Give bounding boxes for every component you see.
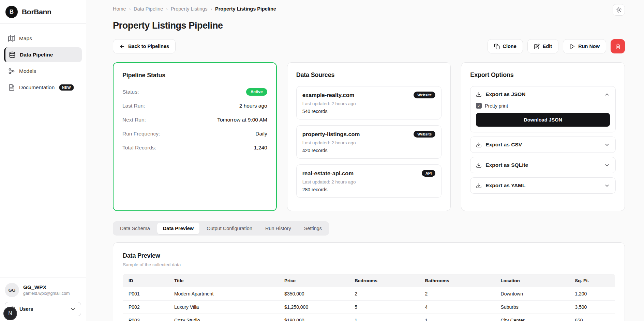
tab-settings[interactable]: Settings <box>298 223 328 234</box>
status-row: Last Run:2 hours ago <box>122 102 267 110</box>
avatar: GG <box>5 283 19 297</box>
data-sources-title: Data Sources <box>296 71 442 79</box>
source-type-badge: Website <box>414 131 435 138</box>
table-cell: 5 <box>349 301 419 314</box>
export-option-label: Export as JSON <box>485 91 525 97</box>
pipeline-status-card: Pipeline Status Status:ActiveLast Run:2 … <box>113 62 277 211</box>
source-name: property-listings.com <box>302 131 360 138</box>
status-value: Daily <box>255 131 267 137</box>
source-type-badge: API <box>422 170 435 177</box>
table-cell: P002 <box>123 301 169 314</box>
checkbox-checked-icon: ✓ <box>476 103 482 109</box>
column-header: Title <box>169 274 279 287</box>
user-profile[interactable]: GG GG_WPX garfield.wpx@gmail.com <box>5 283 81 297</box>
export-option-json: Export as JSON ✓ Pretty print Download J… <box>470 86 616 132</box>
export-option-header[interactable]: Export as JSON <box>470 86 615 102</box>
data-source-item[interactable]: real-estate-api.com API Last updated: 2 … <box>296 164 442 198</box>
back-to-pipelines-button[interactable]: Back to Pipelines <box>113 39 176 53</box>
download-icon <box>476 92 482 97</box>
data-source-item[interactable]: example-realty.com Website Last updated:… <box>296 86 442 119</box>
table-cell: 2 <box>420 287 495 301</box>
status-row: Run Frequency:Daily <box>122 130 267 138</box>
status-value: 2 hours ago <box>239 103 267 109</box>
source-updated: Last updated: 2 hours ago <box>302 179 436 184</box>
arrow-left-icon <box>119 44 125 49</box>
status-badge: Active <box>246 88 267 96</box>
export-option-header[interactable]: Export as YAML <box>470 178 615 193</box>
table-cell: 1 <box>420 314 495 321</box>
brand-name: BorBann <box>22 8 51 16</box>
export-option-header[interactable]: Export as SQLite <box>470 157 615 173</box>
pretty-print-checkbox[interactable]: ✓ Pretty print <box>476 103 610 109</box>
play-icon <box>569 44 575 49</box>
tab-data-schema[interactable]: Data Schema <box>114 223 156 234</box>
table-cell: 2 <box>349 287 419 301</box>
table-cell: 4 <box>420 301 495 314</box>
status-label: Total Records: <box>122 145 156 151</box>
breadcrumb-item[interactable]: Data Pipeline <box>134 6 163 12</box>
table-cell: City Center <box>495 314 570 321</box>
copy-icon <box>494 44 500 49</box>
export-options-card: Export Options Export as JSON ✓ Pretty p… <box>461 62 625 211</box>
run-now-button[interactable]: Run Now <box>563 39 606 53</box>
sidebar-item-documentation[interactable]: DocumentationNEW <box>4 80 82 95</box>
data-preview-title: Data Preview <box>123 252 615 259</box>
table-row[interactable]: P002Luxury Villa$1,250,00054Suburbs3,500 <box>123 301 615 314</box>
chevron-down-icon <box>604 183 610 189</box>
table-cell: $350,000 <box>279 287 349 301</box>
status-label: Last Run: <box>122 103 145 109</box>
data-sources-card: Data Sources example-realty.com Website … <box>287 62 451 211</box>
column-header: Bathrooms <box>420 274 495 287</box>
export-option-yaml: Export as YAML <box>470 177 616 194</box>
table-cell: $1,250,000 <box>279 301 349 314</box>
table-cell: 1 <box>349 314 419 321</box>
table-row[interactable]: P001Modern Apartment$350,00022Downtown1,… <box>123 287 615 301</box>
user-email: garfield.wpx@gmail.com <box>23 291 70 296</box>
table-cell: Suburbs <box>495 301 570 314</box>
table-cell: P003 <box>123 314 169 321</box>
sidebar-item-data-pipeline[interactable]: Data Pipeline <box>4 47 82 62</box>
cursor-badge: N <box>3 307 17 320</box>
sidebar-item-models[interactable]: Models <box>4 64 82 79</box>
sidebar: B BorBann MapsData PipelineModelsDocumen… <box>0 0 86 321</box>
checkbox-label: Pretty print <box>485 103 508 109</box>
user-name: GG_WPX <box>23 284 70 290</box>
status-label: Status: <box>122 89 139 95</box>
map-icon <box>8 35 15 42</box>
breadcrumb-item[interactable]: Property Listings <box>171 6 208 12</box>
tab-bar: Data SchemaData PreviewOutput Configurat… <box>113 221 329 236</box>
sidebar-footer: GG GG_WPX garfield.wpx@gmail.com Users N <box>0 277 86 321</box>
export-option-csv: Export as CSV <box>470 137 616 153</box>
source-records: 420 records <box>302 148 436 153</box>
table-cell: Downtown <box>495 287 570 301</box>
table-row[interactable]: P003Cozy Studio$180,00011City Center650 <box>123 314 615 321</box>
table-cell: Cozy Studio <box>169 314 279 321</box>
main-content: Home›Data Pipeline›Property Listings›Pro… <box>86 0 644 321</box>
preview-table: IDTitlePriceBedroomsBathroomsLocationSq.… <box>123 274 615 321</box>
database-icon <box>9 51 16 58</box>
column-header: Bedrooms <box>349 274 419 287</box>
table-cell: Luxury Villa <box>169 301 279 314</box>
export-option-header[interactable]: Export as CSV <box>470 137 615 153</box>
status-row: Next Run:Tomorrow at 9:00 AM <box>122 116 267 124</box>
tab-data-preview[interactable]: Data Preview <box>157 223 199 234</box>
edit-button[interactable]: Edit <box>527 39 558 53</box>
breadcrumb-item[interactable]: Home <box>113 6 126 12</box>
status-row: Total Records:1,240 <box>122 144 267 152</box>
tab-run-history[interactable]: Run History <box>259 223 297 234</box>
theme-toggle-button[interactable] <box>613 4 625 16</box>
download-icon <box>476 183 482 189</box>
download-json-button[interactable]: Download JSON <box>476 113 610 127</box>
sidebar-item-maps[interactable]: Maps <box>4 31 82 46</box>
status-value: Tomorrow at 9:00 AM <box>217 117 267 123</box>
data-source-item[interactable]: property-listings.com Website Last updat… <box>296 125 442 159</box>
brand[interactable]: B BorBann <box>0 0 86 23</box>
chevron-down-icon <box>70 306 76 312</box>
delete-button[interactable] <box>611 39 625 53</box>
breadcrumb-separator: › <box>129 6 131 12</box>
status-value: 1,240 <box>254 145 267 151</box>
pipeline-status-title: Pipeline Status <box>122 72 267 79</box>
clone-button[interactable]: Clone <box>488 39 523 53</box>
sidebar-item-label: Maps <box>19 35 32 42</box>
tab-output-configuration[interactable]: Output Configuration <box>201 223 258 234</box>
